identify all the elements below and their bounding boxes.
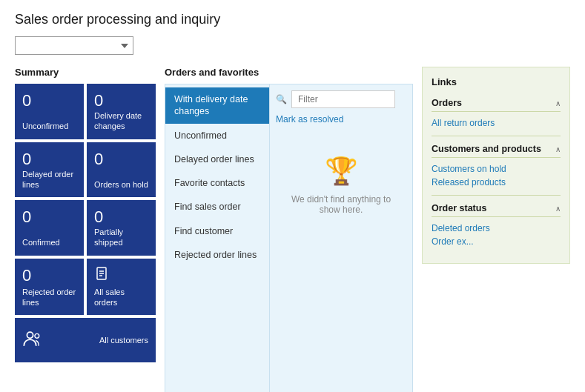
tile-rejected-order-lines[interactable]: 0 Rejected order lines [15, 259, 84, 316]
nav-item-find-sales-order[interactable]: Find sales order [165, 195, 269, 219]
tile-unconfirmed-label: Unconfirmed [22, 121, 76, 131]
svg-point-5 [35, 333, 39, 338]
links-group-orders-header[interactable]: Orders ∧ [432, 95, 561, 112]
tile-unconfirmed[interactable]: 0 Unconfirmed [15, 84, 84, 139]
links-group-customers-title: Customers and products [432, 144, 541, 154]
mark-as-resolved-button[interactable]: Mark as resolved [276, 114, 406, 124]
tile-rejected-number: 0 [22, 266, 76, 285]
summary-tiles-grid: 0 Unconfirmed 0 Delivery date changes 0 … [15, 84, 156, 315]
tile-on-hold-number: 0 [94, 150, 148, 169]
tile-all-customers[interactable]: All customers [15, 318, 156, 362]
page: Sales order processing and inquiry Summa… [0, 0, 585, 392]
tile-unconfirmed-number: 0 [22, 91, 76, 110]
tile-partially-label: Partially shipped [94, 227, 148, 248]
tile-partially-number: 0 [94, 207, 148, 227]
nav-item-unconfirmed[interactable]: Unconfirmed [165, 124, 269, 147]
orders-nav: With delivery date changes Unconfirmed D… [165, 84, 269, 392]
links-group-customers-products: Customers and products ∧ Customers on ho… [432, 141, 561, 189]
main-dropdown[interactable] [15, 36, 133, 55]
orders-title: Orders and favorites [165, 67, 413, 78]
tile-confirmed-number: 0 [22, 207, 76, 227]
filter-input[interactable] [291, 90, 395, 108]
summary-title: Summary [15, 67, 156, 78]
nav-item-delayed-order-lines[interactable]: Delayed order lines [165, 147, 269, 171]
links-group-orders-title: Orders [432, 98, 462, 108]
tile-orders-on-hold[interactable]: 0 Orders on hold [87, 142, 156, 198]
orders-section: Orders and favorites With delivery date … [165, 67, 413, 392]
tile-all-sales-label: All sales orders [94, 287, 148, 308]
links-group-order-status-title: Order status [432, 203, 486, 213]
nav-item-with-delivery-date-changes[interactable]: With delivery date changes [165, 87, 269, 124]
tile-delayed-number: 0 [22, 150, 76, 169]
tile-delivery-label: Delivery date changes [94, 110, 148, 132]
tile-delivery-number: 0 [94, 91, 148, 110]
page-title: Sales order processing and inquiry [15, 12, 570, 27]
tile-delayed-label: Delayed order lines [22, 169, 76, 190]
nav-item-favorite-contacts[interactable]: Favorite contacts [165, 171, 269, 195]
link-deleted-orders[interactable]: Deleted orders [432, 222, 561, 235]
tile-confirmed-label: Confirmed [22, 237, 76, 248]
people-icon [22, 329, 43, 352]
customers-chevron-icon: ∧ [555, 145, 561, 153]
link-released-products[interactable]: Released products [432, 176, 561, 189]
links-section: Links Orders ∧ All return orders Custome… [422, 67, 570, 264]
tile-all-customers-label: All customers [99, 335, 148, 345]
document-icon [94, 266, 148, 284]
orders-content: 🔍 Mark as resolved 🏆 We didn't find anyt… [269, 84, 412, 392]
orders-inner: With delivery date changes Unconfirmed D… [165, 84, 413, 392]
links-divider-2 [432, 195, 561, 196]
empty-state-message: We didn't find anything to show here. [283, 194, 399, 215]
link-order-exceptions[interactable]: Order ex... [432, 235, 561, 248]
svg-point-4 [27, 332, 33, 338]
search-icon: 🔍 [276, 94, 287, 104]
links-group-order-status-header[interactable]: Order status ∧ [432, 200, 561, 217]
nav-item-find-customer[interactable]: Find customer [165, 219, 269, 243]
tile-on-hold-label: Orders on hold [94, 179, 148, 190]
filter-bar: 🔍 [276, 90, 406, 108]
link-customers-on-hold[interactable]: Customers on hold [432, 162, 561, 176]
sections-row: Summary 0 Unconfirmed 0 Delivery date ch… [15, 67, 570, 392]
summary-section: Summary 0 Unconfirmed 0 Delivery date ch… [15, 67, 156, 362]
orders-chevron-icon: ∧ [555, 99, 561, 107]
links-title: Links [432, 76, 561, 87]
links-group-customers-header[interactable]: Customers and products ∧ [432, 141, 561, 158]
link-all-return-orders[interactable]: All return orders [432, 116, 561, 130]
order-status-chevron-icon: ∧ [555, 205, 561, 213]
tile-all-sales-orders[interactable]: All sales orders [87, 259, 156, 316]
tile-delivery-date-changes[interactable]: 0 Delivery date changes [87, 84, 156, 139]
nav-item-rejected-order-lines[interactable]: Rejected order lines [165, 243, 269, 267]
links-divider-1 [432, 136, 561, 136]
dropdown-wrapper [15, 36, 570, 55]
links-group-orders: Orders ∧ All return orders [432, 95, 561, 130]
links-group-order-status: Order status ∧ Deleted orders Order ex..… [432, 200, 561, 248]
empty-state: 🏆 We didn't find anything to show here. [276, 133, 406, 237]
tile-partially-shipped[interactable]: 0 Partially shipped [87, 200, 156, 256]
tile-rejected-label: Rejected order lines [22, 287, 76, 308]
tile-delayed-order-lines[interactable]: 0 Delayed order lines [15, 142, 84, 198]
empty-state-icon: 🏆 [325, 156, 358, 187]
tile-confirmed[interactable]: 0 Confirmed [15, 200, 84, 256]
